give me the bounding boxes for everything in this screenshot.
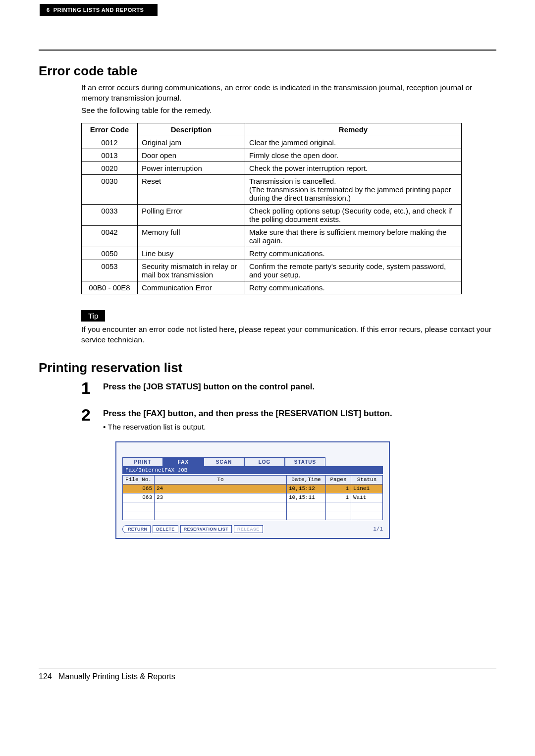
table-row: 00B0 - 00E8Communication ErrorRetry comm… <box>82 281 462 294</box>
pager: 1/1 <box>373 526 383 532</box>
cell-to: 24 <box>155 484 287 493</box>
cell-to: 23 <box>155 493 287 502</box>
table-row: 0042Memory fullMake sure that there is s… <box>82 225 462 247</box>
tabs-row: PRINT FAX SCAN LOG STATUS <box>122 457 383 466</box>
cell-code: 0020 <box>82 162 138 174</box>
tip-text: If you encounter an error code not liste… <box>81 324 496 345</box>
cell-desc: Power interruption <box>138 162 245 174</box>
cell-remedy: Confirm the remote party's security code… <box>245 260 462 281</box>
cell-remedy: Check polling options setup (Security co… <box>245 204 462 225</box>
top-rule <box>39 50 496 51</box>
cell-code: 0013 <box>82 149 138 162</box>
section-title: PRINTING LISTS AND REPORTS <box>54 7 144 13</box>
reservation-list-button[interactable]: RESERVATION LIST <box>180 525 232 533</box>
section-number: 6 <box>47 7 50 13</box>
intro-text-1: If an error occurs during communications… <box>81 83 496 104</box>
cell-date: 10,15:12 <box>287 484 326 493</box>
cell-desc: Line busy <box>138 247 245 260</box>
tab-status[interactable]: STATUS <box>285 457 325 466</box>
intro-text-2: See the following table for the remedy. <box>81 106 496 116</box>
subbar: Fax/InternetFAX JOB <box>122 466 383 474</box>
jth-date: Date,Time <box>287 475 326 484</box>
cell-desc: Memory full <box>138 225 245 247</box>
tab-log[interactable]: LOG <box>244 457 285 466</box>
cell-code: 0012 <box>82 136 138 149</box>
return-button[interactable]: RETURN <box>122 525 151 533</box>
th-error-code: Error Code <box>82 123 138 136</box>
table-row[interactable]: 0632310,15:111Wait <box>123 493 383 502</box>
table-row-empty <box>123 511 383 520</box>
table-row: 0030ResetTransmission is cancelled. (The… <box>82 174 462 204</box>
cell-code: 00B0 - 00E8 <box>82 281 138 294</box>
cell-code: 0053 <box>82 260 138 281</box>
step-2-number: 2 <box>81 406 103 423</box>
step-2-title: Press the [FAX] button, and then press t… <box>103 408 496 420</box>
cell-file: 065 <box>123 484 155 493</box>
cell-status: Wait <box>351 493 383 502</box>
step-2: 2 Press the [FAX] button, and then press… <box>81 406 496 432</box>
error-code-table: Error Code Description Remedy 0012Origin… <box>81 123 462 294</box>
step-2-bullet: The reservation list is output. <box>103 423 496 432</box>
jth-to: To <box>155 475 287 484</box>
step-1-title: Press the [JOB STATUS] button on the con… <box>103 381 496 393</box>
tip-label: Tip <box>81 310 105 322</box>
table-row: 0053Security mismatch in relay or mail b… <box>82 260 462 281</box>
cell-desc: Polling Error <box>138 204 245 225</box>
cell-desc: Communication Error <box>138 281 245 294</box>
release-button[interactable]: RELEASE <box>234 525 263 533</box>
tab-scan[interactable]: SCAN <box>204 457 244 466</box>
cell-remedy: Firmly close the open door. <box>245 149 462 162</box>
heading-error-code-table: Error code table <box>39 63 496 79</box>
page-number: 124 <box>39 672 52 681</box>
tab-print[interactable]: PRINT <box>122 457 163 466</box>
table-row: 0033Polling ErrorCheck polling options s… <box>82 204 462 225</box>
cell-code: 0033 <box>82 204 138 225</box>
tab-fax[interactable]: FAX <box>163 457 204 466</box>
cell-desc: Original jam <box>138 136 245 149</box>
cell-date: 10,15:11 <box>287 493 326 502</box>
jth-status: Status <box>351 475 383 484</box>
table-row[interactable]: 0652410,15:121Line1 <box>123 484 383 493</box>
cell-code: 0030 <box>82 174 138 204</box>
table-row: 0012Original jamClear the jammed origina… <box>82 136 462 149</box>
cell-remedy: Clear the jammed original. <box>245 136 462 149</box>
cell-file: 063 <box>123 493 155 502</box>
cell-pages: 1 <box>326 484 351 493</box>
table-row: 0020Power interruptionCheck the power in… <box>82 162 462 174</box>
cell-desc: Door open <box>138 149 245 162</box>
heading-printing-reservation: Printing reservation list <box>39 360 496 376</box>
header-tab: 6 PRINTING LISTS AND REPORTS <box>40 4 158 16</box>
job-table: File No. To Date,Time Pages Status 06524… <box>122 475 383 520</box>
table-row: 0050Line busyRetry communications. <box>82 247 462 260</box>
cell-code: 0042 <box>82 225 138 247</box>
footer-rule <box>39 668 496 668</box>
step-1-number: 1 <box>81 379 103 396</box>
th-remedy: Remedy <box>245 123 462 136</box>
job-status-screen: PRINT FAX SCAN LOG STATUS Fax/InternetFA… <box>115 441 390 539</box>
jth-file: File No. <box>123 475 155 484</box>
cell-status: Line1 <box>351 484 383 493</box>
page-footer: 124 Manually Printing Lists & Reports <box>0 658 535 691</box>
cell-desc: Security mismatch in relay or mail box t… <box>138 260 245 281</box>
cell-remedy: Retry communications. <box>245 281 462 294</box>
page-footer-title: Manually Printing Lists & Reports <box>58 672 175 681</box>
cell-remedy: Make sure that there is sufficient memor… <box>245 225 462 247</box>
cell-desc: Reset <box>138 174 245 204</box>
table-row-empty <box>123 502 383 511</box>
step-1: 1 Press the [JOB STATUS] button on the c… <box>81 379 496 396</box>
cell-remedy: Check the power interruption report. <box>245 162 462 174</box>
cell-pages: 1 <box>326 493 351 502</box>
cell-remedy: Transmission is cancelled. (The transmis… <box>245 174 462 204</box>
cell-code: 0050 <box>82 247 138 260</box>
jth-pages: Pages <box>326 475 351 484</box>
button-row: RETURN DELETE RESERVATION LIST RELEASE 1… <box>122 525 383 533</box>
cell-remedy: Retry communications. <box>245 247 462 260</box>
table-row: 0013Door openFirmly close the open door. <box>82 149 462 162</box>
th-description: Description <box>138 123 245 136</box>
delete-button[interactable]: DELETE <box>153 525 178 533</box>
